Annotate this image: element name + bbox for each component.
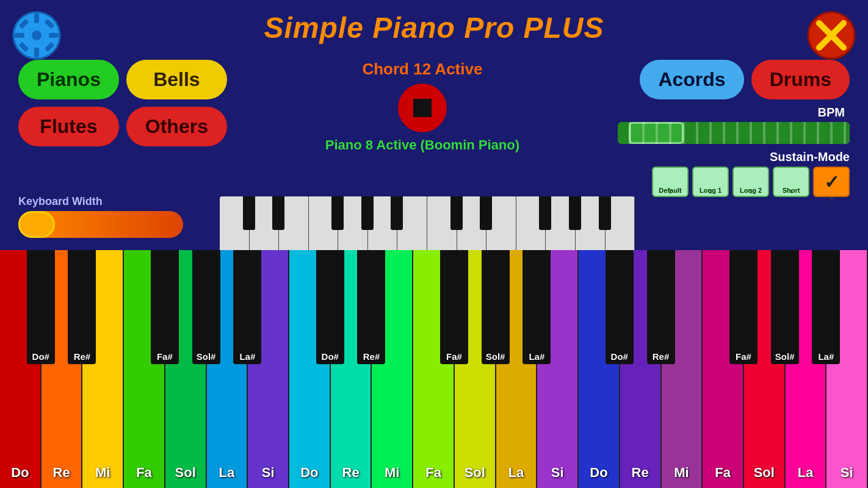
key-label: Sol <box>465 465 485 481</box>
key-do-2[interactable]: Do# Do <box>289 250 331 488</box>
key-label: Si <box>262 465 275 481</box>
key-label: Sol <box>754 465 775 481</box>
mini-keys <box>220 196 635 253</box>
center-section: Chord 12 Active Piano 8 Active (Boomin P… <box>239 60 606 153</box>
mini-black-key[interactable] <box>480 196 492 230</box>
stop-icon <box>413 99 432 117</box>
stop-button[interactable] <box>398 84 447 132</box>
key-la-sharp-2[interactable]: La# <box>523 250 551 364</box>
key-label: Fa <box>136 465 152 481</box>
sustain-long1[interactable]: Long 1 2 <box>692 167 729 197</box>
mini-black-key[interactable] <box>539 196 551 230</box>
key-label: Re <box>53 465 70 481</box>
key-do-3[interactable]: Do# Do <box>579 250 620 488</box>
key-label: La <box>508 465 524 481</box>
sustain-section: Sustain-Mode Default 1 Long 1 2 Long 2 3… <box>652 150 850 197</box>
checkmark-icon: ✓ <box>824 171 839 193</box>
key-re-sharp-3[interactable]: Re# <box>647 250 675 364</box>
keyboard-width-section: Keyboard Width <box>18 195 183 238</box>
key-do-sharp-2[interactable]: Do# <box>316 250 344 364</box>
key-label: Si <box>841 465 853 481</box>
key-fa-sharp-2[interactable]: Fa# <box>440 250 468 364</box>
others-button[interactable]: Others <box>126 107 227 146</box>
mini-white-key[interactable] <box>516 196 546 253</box>
key-la-sharp-3[interactable]: La# <box>812 250 840 364</box>
mini-black-key[interactable] <box>599 196 611 230</box>
sustain-zero[interactable]: ✓ 5 <box>813 167 850 197</box>
bpm-section: BPM <box>618 106 850 144</box>
mini-black-key[interactable] <box>361 196 374 230</box>
sustain-short[interactable]: Short 4 <box>773 167 809 197</box>
key-label: Do <box>300 465 318 481</box>
key-label: Sol <box>175 465 196 481</box>
key-label: Si <box>551 465 564 481</box>
key-fa-sharp-3[interactable]: Fa# <box>729 250 758 364</box>
sustain-label: Sustain-Mode <box>770 150 850 164</box>
acords-button[interactable]: Acords <box>640 60 743 99</box>
drums-button[interactable]: Drums <box>751 60 850 99</box>
app-title: Simple Piano Pro PLUS <box>0 11 868 45</box>
key-do-sharp-1[interactable]: Do# <box>27 250 55 364</box>
bpm-slider[interactable] <box>618 122 850 144</box>
pianos-button[interactable]: Pianos <box>18 60 119 99</box>
right-section: Acords Drums BPM Sustain-Mode Default 1 <box>618 60 850 197</box>
mini-black-key[interactable] <box>450 196 463 230</box>
key-label: Mi <box>95 465 110 481</box>
mini-black-key[interactable] <box>272 196 284 230</box>
key-fa-1[interactable]: Fa# Fa <box>124 250 165 488</box>
keyboard-width-label: Keyboard Width <box>18 195 103 208</box>
mini-black-key[interactable] <box>243 196 255 230</box>
acords-drums-buttons: Acords Drums <box>640 60 850 99</box>
mini-white-key[interactable] <box>309 196 339 253</box>
flutes-button[interactable]: Flutes <box>18 107 119 146</box>
key-label: Fa <box>715 465 731 481</box>
key-label: La <box>219 465 235 481</box>
piano-status: Piano 8 Active (Boomin Piano) <box>325 137 519 153</box>
key-label: La <box>798 465 814 481</box>
key-label: Mi <box>385 465 399 481</box>
keyboard-width-slider[interactable] <box>18 211 183 238</box>
key-label: Mi <box>674 465 689 481</box>
mini-black-key[interactable] <box>569 196 581 230</box>
mini-white-key[interactable] <box>427 196 457 253</box>
key-label: Do <box>590 465 607 481</box>
mini-black-key[interactable] <box>331 196 344 230</box>
piano-keyboard: Do# Do Re# Re Mi Fa# Fa Sol# Sol La# La … <box>0 250 868 488</box>
key-fa-2[interactable]: Fa# Fa <box>413 250 455 488</box>
bpm-stripes <box>618 122 850 144</box>
bells-button[interactable]: Bells <box>126 60 227 99</box>
mini-piano-display <box>220 196 635 253</box>
mini-white-key[interactable] <box>220 196 250 253</box>
keyboard-width-handle <box>18 211 55 238</box>
controls-area: Pianos Bells Flutes Others Chord 12 Acti… <box>0 51 868 203</box>
key-label: Fa <box>425 465 441 481</box>
app-header: Simple Piano Pro PLUS <box>0 0 868 51</box>
key-la-sharp-1[interactable]: La# <box>233 250 261 364</box>
mini-black-key[interactable] <box>391 196 403 230</box>
sustain-buttons: Default 1 Long 1 2 Long 2 3 Short 4 ✓ <box>652 167 850 197</box>
sustain-long2[interactable]: Long 2 3 <box>732 167 769 197</box>
key-sol-sharp-2[interactable]: Sol# <box>482 250 510 364</box>
key-label: Do <box>11 465 29 481</box>
key-re-sharp-2[interactable]: Re# <box>357 250 385 364</box>
key-do-1[interactable]: Do# Do <box>0 250 42 488</box>
key-sol-sharp-3[interactable]: Sol# <box>771 250 799 364</box>
chord-status: Chord 12 Active <box>362 60 482 79</box>
key-label: Re <box>342 465 360 481</box>
sustain-default[interactable]: Default 1 <box>652 167 689 197</box>
key-fa-sharp-1[interactable]: Fa# <box>151 250 179 364</box>
key-do-sharp-3[interactable]: Do# <box>606 250 634 364</box>
key-fa-3[interactable]: Fa# Fa <box>703 250 744 488</box>
key-re-sharp-1[interactable]: Re# <box>68 250 96 364</box>
key-sol-sharp-1[interactable]: Sol# <box>192 250 220 364</box>
instrument-buttons: Pianos Bells Flutes Others <box>18 60 227 146</box>
key-label: Re <box>632 465 649 481</box>
bpm-label: BPM <box>618 106 845 120</box>
